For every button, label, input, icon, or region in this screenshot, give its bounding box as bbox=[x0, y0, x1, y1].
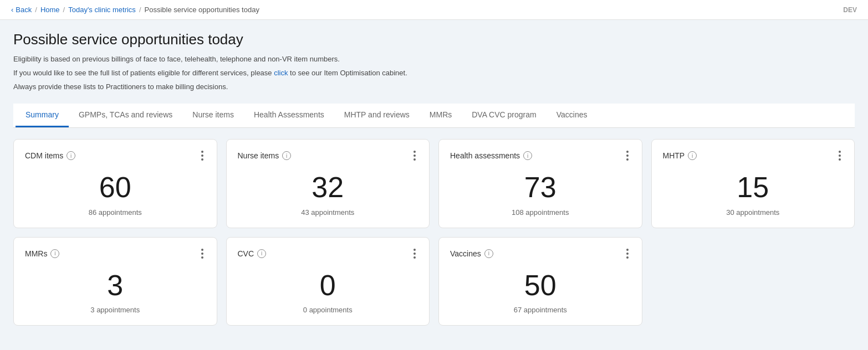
mmrs-menu-icon[interactable] bbox=[199, 246, 206, 261]
tab-vaccines[interactable]: Vaccines bbox=[547, 104, 598, 127]
vaccines-info-icon[interactable]: i bbox=[484, 249, 493, 258]
card-mhtp: MHTP i 15 30 appointments bbox=[651, 139, 855, 228]
card-nurse-items: Nurse items i 32 43 appointments bbox=[226, 139, 430, 228]
card-health-header: Health assessments i bbox=[450, 148, 631, 163]
tab-mmrs[interactable]: MMRs bbox=[420, 104, 462, 127]
card-health-title: Health assessments bbox=[450, 151, 520, 160]
parent-breadcrumb-link[interactable]: Today's clinic metrics bbox=[68, 6, 136, 14]
nurse-number: 32 bbox=[238, 172, 418, 203]
card-nurse-header: Nurse items i bbox=[238, 148, 418, 163]
card-vaccines: Vaccines i 50 67 appointments bbox=[438, 237, 642, 326]
card-vaccines-title: Vaccines bbox=[450, 249, 481, 258]
page-title: Possible service opportunities today bbox=[13, 31, 855, 48]
nurse-menu-icon[interactable] bbox=[411, 148, 418, 163]
card-cdm-header: CDM items i bbox=[25, 148, 206, 163]
card-cdm-title-row: CDM items i bbox=[25, 151, 75, 160]
chevron-left-icon: ‹ bbox=[11, 6, 13, 14]
cvc-menu-icon[interactable] bbox=[411, 246, 418, 261]
mmrs-info-icon[interactable]: i bbox=[50, 249, 59, 258]
cards-section: CDM items i 60 86 appointments Nurse ite… bbox=[13, 139, 855, 325]
tab-health-assessments[interactable]: Health Assessments bbox=[244, 104, 334, 127]
health-sub: 108 appointments bbox=[450, 208, 631, 217]
cdm-info-icon[interactable]: i bbox=[67, 151, 75, 160]
tab-nurse-items[interactable]: Nurse items bbox=[182, 104, 244, 127]
card-cdm-title: CDM items bbox=[25, 151, 63, 160]
breadcrumb-separator-2: / bbox=[63, 6, 65, 14]
mmrs-sub: 3 appointments bbox=[25, 306, 206, 314]
mhtp-menu-icon[interactable] bbox=[836, 148, 843, 163]
cdm-menu-icon[interactable] bbox=[199, 148, 206, 163]
description-1: Eligibility is based on previous billing… bbox=[13, 54, 855, 65]
card-health-title-row: Health assessments i bbox=[450, 151, 532, 160]
description-3: Always provide these lists to Practition… bbox=[13, 81, 855, 93]
back-link[interactable]: ‹ Back bbox=[11, 6, 32, 14]
card-mmrs: MMRs i 3 3 appointments bbox=[13, 237, 217, 326]
breadcrumb-separator-3: / bbox=[139, 6, 141, 14]
mhtp-info-icon[interactable]: i bbox=[688, 151, 697, 160]
vaccines-sub: 67 appointments bbox=[450, 306, 631, 314]
health-number: 73 bbox=[450, 172, 631, 203]
health-info-icon[interactable]: i bbox=[523, 151, 532, 160]
nurse-sub: 43 appointments bbox=[238, 208, 418, 217]
card-health-assessments: Health assessments i 73 108 appointments bbox=[438, 139, 642, 228]
current-breadcrumb: Possible service opportunities today bbox=[145, 6, 259, 14]
card-mmrs-title: MMRs bbox=[25, 249, 47, 258]
card-empty-slot bbox=[651, 237, 855, 326]
breadcrumb-bar: ‹ Back / Home / Today's clinic metrics /… bbox=[0, 0, 868, 20]
vaccines-menu-icon[interactable] bbox=[624, 246, 631, 261]
card-nurse-title-row: Nurse items i bbox=[238, 151, 292, 160]
vaccines-number: 50 bbox=[450, 270, 631, 301]
mmrs-number: 3 bbox=[25, 270, 206, 301]
tabs-bar: Summary GPMPs, TCAs and reviews Nurse it… bbox=[13, 104, 855, 128]
description-2: If you would like to see the full list o… bbox=[13, 68, 855, 79]
cvc-info-icon[interactable]: i bbox=[257, 249, 266, 258]
cdm-number: 60 bbox=[25, 172, 206, 203]
cvc-sub: 0 appointments bbox=[238, 306, 418, 314]
cdm-sub: 86 appointments bbox=[25, 208, 206, 217]
click-link[interactable]: click bbox=[274, 69, 288, 77]
card-vaccines-title-row: Vaccines i bbox=[450, 249, 493, 258]
tab-summary[interactable]: Summary bbox=[16, 104, 69, 127]
cards-row-1: CDM items i 60 86 appointments Nurse ite… bbox=[13, 139, 855, 228]
cards-row-2: MMRs i 3 3 appointments CVC i bbox=[13, 237, 855, 326]
health-menu-icon[interactable] bbox=[624, 148, 631, 163]
dev-badge: DEV bbox=[843, 6, 857, 14]
card-nurse-title: Nurse items bbox=[238, 151, 279, 160]
card-cvc-title: CVC bbox=[238, 249, 254, 258]
card-mmrs-title-row: MMRs i bbox=[25, 249, 59, 258]
card-mhtp-title-row: MHTP i bbox=[663, 151, 697, 160]
card-mhtp-title: MHTP bbox=[663, 151, 685, 160]
card-cvc-header: CVC i bbox=[238, 246, 418, 261]
card-vaccines-header: Vaccines i bbox=[450, 246, 631, 261]
home-link[interactable]: Home bbox=[40, 6, 60, 14]
tab-mhtp[interactable]: MHTP and reviews bbox=[334, 104, 420, 127]
card-cvc: CVC i 0 0 appointments bbox=[226, 237, 430, 326]
main-content: Possible service opportunities today Eli… bbox=[0, 20, 868, 337]
mhtp-sub: 30 appointments bbox=[663, 208, 844, 217]
tab-dva-cvc[interactable]: DVA CVC program bbox=[462, 104, 546, 127]
card-mhtp-header: MHTP i bbox=[663, 148, 844, 163]
nurse-info-icon[interactable]: i bbox=[282, 151, 291, 160]
tab-gpmps[interactable]: GPMPs, TCAs and reviews bbox=[69, 104, 182, 127]
card-cvc-title-row: CVC i bbox=[238, 249, 267, 258]
cvc-number: 0 bbox=[238, 270, 418, 301]
card-mmrs-header: MMRs i bbox=[25, 246, 206, 261]
card-cdm-items: CDM items i 60 86 appointments bbox=[13, 139, 217, 228]
mhtp-number: 15 bbox=[663, 172, 844, 203]
breadcrumb-separator-1: / bbox=[35, 6, 37, 14]
